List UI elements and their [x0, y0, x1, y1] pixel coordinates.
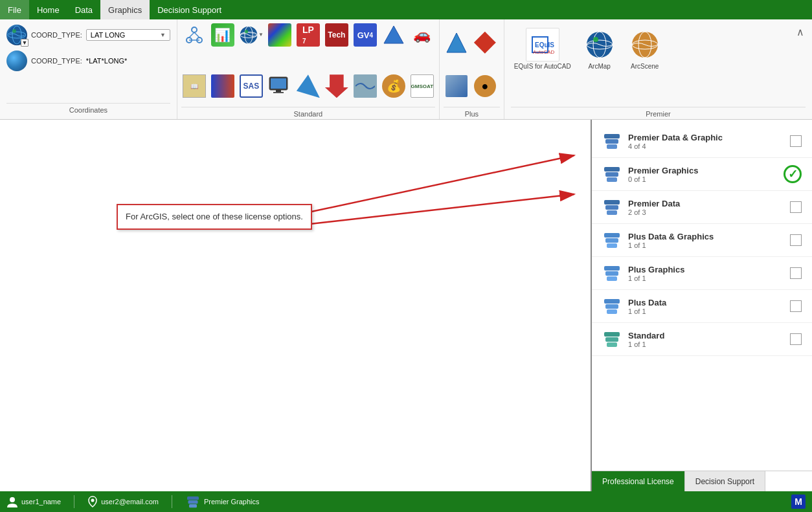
license-item-plus-data[interactable]: Plus Data 1 of 1: [592, 290, 812, 323]
plus-group-title: Plus: [444, 107, 500, 118]
license-icon-premier-graphics: [602, 164, 622, 184]
svg-rect-16: [271, 78, 286, 89]
license-icon-standard: [602, 329, 622, 349]
standard-group-title: Standard: [181, 107, 435, 118]
license-icon-plus-data: [602, 296, 622, 316]
coord-row-2: COORD_TYPE: *LAT*LONG*: [6, 50, 170, 71]
plus-icon-3[interactable]: [444, 73, 469, 99]
license-item-premier-data[interactable]: Premier Data 2 of 3: [592, 191, 812, 224]
gms-button[interactable]: GMSOAT: [409, 73, 435, 99]
car-button[interactable]: 🚗: [409, 22, 435, 48]
coord-value-2: *LAT*LONG*: [86, 57, 127, 65]
license-item-plus-data-graphics[interactable]: Plus Data & Graphics 1 of 1: [592, 224, 812, 257]
license-checkbox-plus-data-graphics[interactable]: [790, 234, 802, 246]
menubar: File Home Data Graphics Decision Support: [0, 0, 812, 19]
license-checkbox-plus-data[interactable]: [790, 300, 802, 312]
license-text-premier-graphics: Premier Graphics 0 of 1: [628, 166, 777, 183]
equis-label: EQuIS for AutoCAD: [514, 63, 571, 70]
license-text-plus-graphics: Plus Graphics 1 of 1: [628, 265, 784, 282]
license-count-plus-graphics: 1 of 1: [628, 274, 784, 282]
triangle-button[interactable]: [381, 22, 407, 48]
arrow-down-button[interactable]: [324, 73, 350, 99]
status-user2: user2@email.com: [101, 498, 159, 506]
menu-decision-support[interactable]: Decision Support: [150, 0, 229, 19]
license-name-premier-graphics: Premier Graphics: [628, 166, 777, 175]
gv4-button[interactable]: GV4: [352, 22, 378, 48]
arcmap-button[interactable]: ArcMap: [580, 25, 620, 73]
tab-decision-support[interactable]: Decision Support: [685, 471, 765, 491]
plus-icon-1[interactable]: [444, 30, 469, 56]
plus-icon-2[interactable]: [472, 30, 498, 56]
svg-line-33: [287, 194, 574, 227]
heatmap-button[interactable]: [210, 73, 236, 99]
license-text-premier-data-graphic: Premier Data & Graphic 4 of 4: [628, 133, 784, 150]
colormap-button[interactable]: [267, 22, 293, 48]
svg-point-35: [91, 499, 95, 502]
license-item-premier-graphics[interactable]: Premier Graphics 0 of 1 ✓: [592, 158, 812, 191]
status-license-item: Premier Graphics: [185, 495, 260, 509]
coord-select-1[interactable]: LAT LONG ▼: [86, 29, 170, 41]
ribbon: ▼ COORD_TYPE: LAT LONG ▼ COORD_TYPE: *LA…: [0, 19, 812, 120]
network-button[interactable]: [181, 22, 207, 48]
license-name-plus-graphics: Plus Graphics: [628, 265, 784, 274]
license-checked-premier-graphics: ✓: [784, 165, 802, 183]
license-text-plus-data: Plus Data 1 of 1: [628, 298, 784, 315]
wing-button[interactable]: [295, 73, 321, 99]
status-user1: user1_name: [21, 498, 61, 506]
svg-text:AutoCAD: AutoCAD: [533, 49, 555, 55]
svg-point-34: [10, 497, 15, 502]
menu-file[interactable]: File: [0, 0, 29, 19]
globe-icon-1[interactable]: ▼: [6, 25, 27, 45]
plus-group: ● Plus: [440, 19, 504, 119]
left-panel: For ArcGIS, select one of these license …: [0, 120, 592, 491]
license-text-premier-data: Premier Data 2 of 3: [628, 199, 784, 216]
statusbar: user1_name user2@email.com Premier Graph…: [0, 491, 812, 512]
globe-icon-2[interactable]: [6, 50, 27, 71]
svg-point-13: [245, 30, 248, 33]
license-item-premier-data-graphic[interactable]: Premier Data & Graphic 4 of 4: [592, 125, 812, 158]
menu-data[interactable]: Data: [67, 0, 100, 19]
premier-group: EQuIS AutoCAD EQuIS for AutoCAD A: [504, 19, 812, 119]
equis-autocad-button[interactable]: EQuIS AutoCAD EQuIS for AutoCAD: [511, 25, 574, 73]
lp7-button[interactable]: LP7: [295, 22, 321, 48]
license-checkbox-premier-data-graphic[interactable]: [790, 135, 802, 147]
license-icon-plus-graphics: [602, 263, 622, 283]
license-checkbox-premier-data[interactable]: [790, 201, 802, 213]
monitor-button[interactable]: [267, 73, 293, 99]
sas-button[interactable]: SAS: [238, 73, 264, 99]
coord-label-1: COORD_TYPE:: [31, 31, 82, 39]
license-list: Premier Data & Graphic 4 of 4 Premier Gr…: [592, 120, 812, 471]
status-location: user2@email.com: [87, 496, 159, 507]
tab-professional-license[interactable]: Professional License: [592, 471, 685, 491]
status-m-button[interactable]: M: [791, 495, 806, 509]
svg-point-3: [12, 29, 16, 33]
premier-group-title: Premier: [511, 107, 806, 118]
menu-home[interactable]: Home: [29, 0, 67, 19]
arcscene-button[interactable]: ArcScene: [625, 25, 665, 73]
license-name-premier-data: Premier Data: [628, 199, 784, 208]
svg-text:EQuIS: EQuIS: [535, 41, 554, 49]
license-name-plus-data-graphics: Plus Data & Graphics: [628, 232, 784, 241]
license-count-premier-data: 2 of 3: [628, 208, 784, 216]
arcmap-label: ArcMap: [588, 63, 610, 70]
tech-button[interactable]: Tech: [324, 22, 350, 48]
license-checkbox-plus-graphics[interactable]: [790, 267, 802, 279]
license-checkbox-standard[interactable]: [790, 333, 802, 345]
license-item-plus-graphics[interactable]: Plus Graphics 1 of 1: [592, 257, 812, 290]
globe-3d-button[interactable]: ▼: [238, 22, 264, 48]
license-text-plus-data-graphics: Plus Data & Graphics 1 of 1: [628, 232, 784, 249]
license-item-standard[interactable]: Standard 1 of 1: [592, 323, 812, 356]
plus-icon-4[interactable]: ●: [472, 73, 498, 99]
wave-button[interactable]: [352, 73, 378, 99]
license-name-plus-data: Plus Data: [628, 298, 784, 307]
annotation-box: For ArcGIS, select one of these license …: [117, 204, 312, 230]
bar-chart-button[interactable]: 📊: [210, 22, 236, 48]
status-divider-1: [74, 495, 74, 508]
standard-group: 📊 ▼ LP7: [177, 19, 440, 119]
coins-button[interactable]: 💰: [381, 73, 407, 99]
svg-marker-14: [384, 26, 403, 43]
coord-row-1: ▼ COORD_TYPE: LAT LONG ▼: [6, 25, 170, 45]
collapse-button[interactable]: ∧: [795, 25, 806, 39]
menu-graphics[interactable]: Graphics: [100, 0, 150, 19]
book-button[interactable]: 📖: [181, 73, 207, 99]
